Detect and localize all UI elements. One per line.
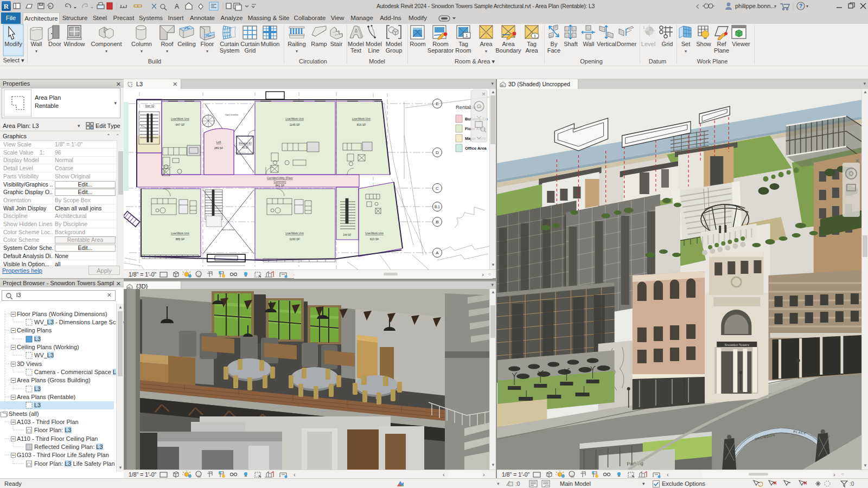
- svg-text:Live/Work Unit: Live/Work Unit: [352, 117, 371, 120]
- svg-text:Common): Common): [274, 180, 286, 183]
- svg-text:49 SF: 49 SF: [242, 146, 248, 149]
- svg-text:647 SF: 647 SF: [176, 123, 185, 126]
- svg-text:289 SF: 289 SF: [214, 146, 224, 150]
- svg-text:Live/Work Unit: Live/Work Unit: [285, 117, 304, 120]
- svg-text:885 SF: 885 SF: [176, 237, 185, 241]
- svg-text:1190 SF: 1190 SF: [289, 237, 299, 241]
- svg-text:A: A: [436, 251, 439, 255]
- svg-text:‹: ‹: [667, 471, 669, 478]
- svg-text:Live/Work Unit: Live/Work Unit: [365, 232, 384, 235]
- svg-text:Snowdon Towers: Snowdon Towers: [724, 343, 749, 346]
- svg-text:Loft: Loft: [216, 140, 221, 144]
- svg-text:1: 1: [534, 34, 537, 38]
- svg-text:?: ?: [799, 3, 802, 9]
- svg-text:Open to below: Open to below: [225, 114, 239, 116]
- svg-text:1: 1: [465, 33, 468, 38]
- svg-text:816 SF: 816 SF: [357, 123, 366, 126]
- svg-text:Live/Work Unit: Live/Work Unit: [171, 232, 189, 235]
- svg-text:1: 1: [643, 25, 645, 29]
- svg-text:C: C: [436, 186, 439, 191]
- svg-text:1/8" = 1'-0": 1/8" = 1'-0": [129, 271, 156, 278]
- svg-text:1/8" = 1'-0": 1/8" = 1'-0": [502, 471, 529, 478]
- svg-text:B.1: B.1: [435, 205, 440, 209]
- svg-text:1145 SF: 1145 SF: [289, 123, 299, 126]
- svg-text:Office Area: Office Area: [465, 146, 487, 151]
- svg-text:1/8" = 1'-0": 1/8" = 1'-0": [129, 471, 156, 478]
- svg-text:841 SF: 841 SF: [276, 184, 285, 187]
- svg-text:Corridor/Utility (Floor: Corridor/Utility (Floor: [267, 176, 293, 179]
- svg-text::0: :0: [515, 481, 520, 487]
- svg-text:Stair S2: Stair S2: [145, 105, 154, 107]
- svg-text:Live/Work Unit: Live/Work Unit: [285, 232, 304, 235]
- svg-text:R: R: [4, 2, 9, 10]
- svg-text:▾: ▾: [806, 4, 808, 9]
- svg-text:Open to below: Open to below: [221, 229, 235, 231]
- svg-text::0: :0: [850, 481, 854, 487]
- svg-text:‹: ‹: [293, 471, 296, 478]
- svg-text:D: D: [436, 150, 439, 155]
- svg-text:Live/Work Unit: Live/Work Unit: [171, 117, 189, 120]
- svg-text:244 SF: 244 SF: [343, 234, 352, 236]
- svg-text:philippe.bonn...: philippe.bonn...: [735, 3, 776, 9]
- svg-text:Elevator E2: Elevator E2: [239, 142, 252, 145]
- svg-text:623 SF: 623 SF: [370, 237, 379, 241]
- svg-text:B: B: [436, 220, 438, 224]
- svg-text:▾: ▾: [774, 4, 776, 9]
- svg-text:A: A: [175, 3, 179, 10]
